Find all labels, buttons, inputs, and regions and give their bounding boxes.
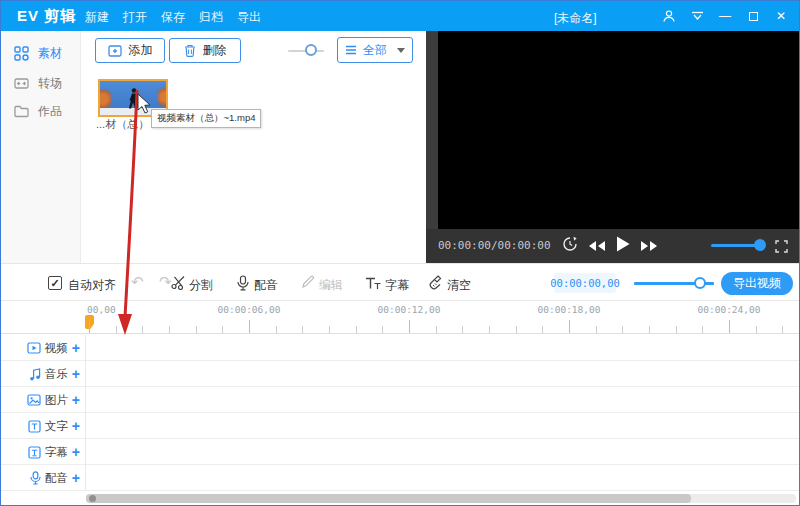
edit-icon[interactable] [301,275,315,293]
horizontal-scrollbar-thumb[interactable] [86,494,691,503]
track-add-button[interactable]: + [72,341,80,355]
timeline-zoom-slider-knob[interactable] [694,277,706,289]
ruler-tick [729,320,730,333]
grid-icon [14,46,29,61]
add-button[interactable]: 添加 [95,38,165,63]
ruler-tick [302,326,303,333]
auto-align-checkbox[interactable]: ✓ [48,276,62,290]
minimize-icon[interactable]: — [717,8,733,24]
filter-dropdown-value: 全部 [363,42,387,59]
thumbnail-size-slider-knob[interactable] [305,44,317,56]
forward-icon[interactable] [640,238,658,256]
track-add-button[interactable]: + [72,367,80,381]
track-label: 图片 [45,393,68,408]
track-add-button[interactable]: + [72,393,80,407]
track-row[interactable]: 视频+ [1,335,800,361]
image-track-icon [27,394,41,406]
delete-button[interactable]: 删除 [169,38,241,63]
track-header: 视频+ [1,335,86,361]
titlebar: EV 剪辑 新建打开保存归档导出 [未命名] — ✕ [1,1,799,31]
export-video-button[interactable]: 导出视频 [721,272,793,295]
rewind-icon[interactable] [588,238,606,256]
sidebar-item-material[interactable]: 素材 [1,40,81,66]
ruler-tick [569,320,570,333]
dub-label[interactable]: 配音 [254,277,278,294]
ruler-tick [596,326,597,333]
ruler-tick [622,326,623,333]
trash-icon [184,44,196,57]
menu-item-1[interactable]: 打开 [123,9,147,26]
sidebar-item-label: 转场 [38,75,62,92]
check-icon: ✓ [50,277,59,290]
user-icon[interactable] [661,8,677,24]
track-row[interactable]: 配音+ [1,465,800,491]
menu-item-0[interactable]: 新建 [85,9,109,26]
edit-label: 编辑 [319,277,343,294]
clear-icon[interactable] [429,275,444,294]
track-label: 音乐 [45,367,68,382]
sidebar-item-transition[interactable]: 转场 [1,70,81,96]
track-add-button[interactable]: + [72,419,80,433]
track-label: 字幕 [45,445,68,460]
preview-panel: 00:00:00/00:00:00 [426,31,800,263]
track-header: 文字+ [1,413,86,439]
track-row[interactable]: 音乐+ [1,361,800,387]
ruler-tick [89,320,90,333]
track-header: 字幕+ [1,439,86,465]
maximize-icon[interactable] [745,8,761,24]
subtitle-tool-icon[interactable] [365,276,381,294]
ruler-tick [116,326,117,333]
clear-label[interactable]: 清空 [447,277,471,294]
undo-icon[interactable]: ↶ [131,273,144,291]
sidebar-item-works[interactable]: 作品 [1,98,81,124]
ruler-tick [489,326,490,333]
ruler-label: 00:00:12,00 [378,304,441,315]
replay-icon[interactable] [562,236,578,256]
track-row[interactable]: 字幕+ [1,439,800,465]
filter-dropdown[interactable]: 全部 [337,37,413,63]
mic-track-icon [30,471,41,485]
folder-icon [14,104,29,119]
transition-icon [14,76,29,91]
timeline-ruler[interactable]: 00,0000:00:06,0000:00:12,0000:00:18,0000… [1,301,800,334]
fullscreen-icon[interactable] [775,239,788,257]
split-label[interactable]: 分割 [189,277,213,294]
ruler-label: 00:00:18,00 [538,304,601,315]
track-header: 音乐+ [1,361,86,387]
redo-icon[interactable]: ↷ [159,273,172,291]
add-button-label: 添加 [129,42,153,59]
ruler-tick [542,326,543,333]
ruler-tick [196,326,197,333]
subtitle-tool-label[interactable]: 字幕 [385,277,409,294]
ruler-label: 00,00 [87,304,116,315]
playback-bar: 00:00:00/00:00:00 [426,229,800,263]
track-label: 视频 [45,341,68,356]
mic-icon[interactable] [237,275,249,295]
skin-icon[interactable] [689,8,705,24]
track-header: 图片+ [1,387,86,413]
ruler-tick [409,320,410,333]
track-row[interactable]: 文字+ [1,413,800,439]
track-add-button[interactable]: + [72,445,80,459]
playback-time: 00:00:00/00:00:00 [438,239,551,252]
track-add-button[interactable]: + [72,471,80,485]
app-window: EV 剪辑 新建打开保存归档导出 [未命名] — ✕ 素材 转场 [0,0,800,506]
close-icon[interactable]: ✕ [773,8,789,24]
play-icon[interactable] [616,236,630,256]
volume-slider-knob[interactable] [754,239,766,251]
text-track-icon [28,420,41,433]
ruler-tick [222,326,223,333]
ruler-tick [676,326,677,333]
ruler-label: 00:00:06,00 [218,304,281,315]
menu-item-3[interactable]: 归档 [199,9,223,26]
menu-item-2[interactable]: 保存 [161,9,185,26]
subtitle-track-icon [28,446,41,459]
main-menu: 新建打开保存归档导出 [85,9,261,26]
tooltip: 视频素材（总）~1.mp4 [151,109,261,128]
ruler-tick [462,326,463,333]
sidebar: 素材 转场 作品 [1,31,81,263]
menu-item-4[interactable]: 导出 [237,9,261,26]
ruler-tick [169,326,170,333]
split-icon[interactable] [171,275,186,294]
track-row[interactable]: 图片+ [1,387,800,413]
